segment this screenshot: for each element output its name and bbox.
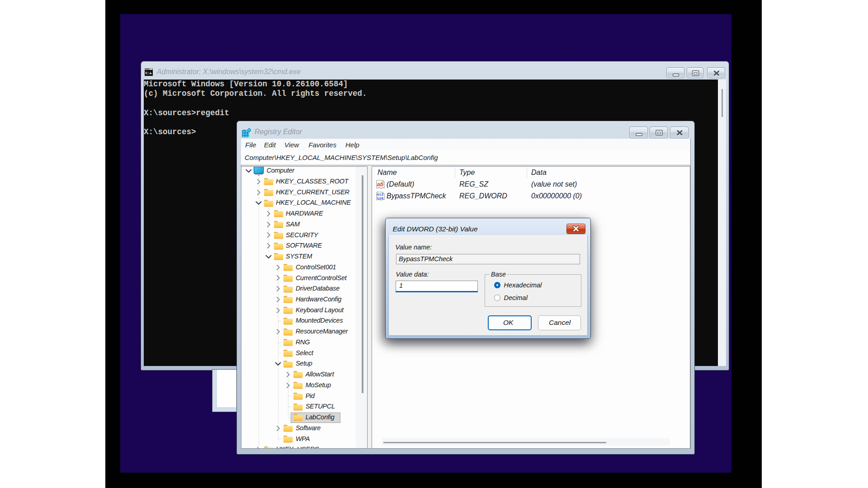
svg-text:110: 110: [377, 196, 384, 200]
svg-text:C:\: C:\: [146, 71, 152, 75]
svg-text:ab: ab: [377, 181, 383, 188]
